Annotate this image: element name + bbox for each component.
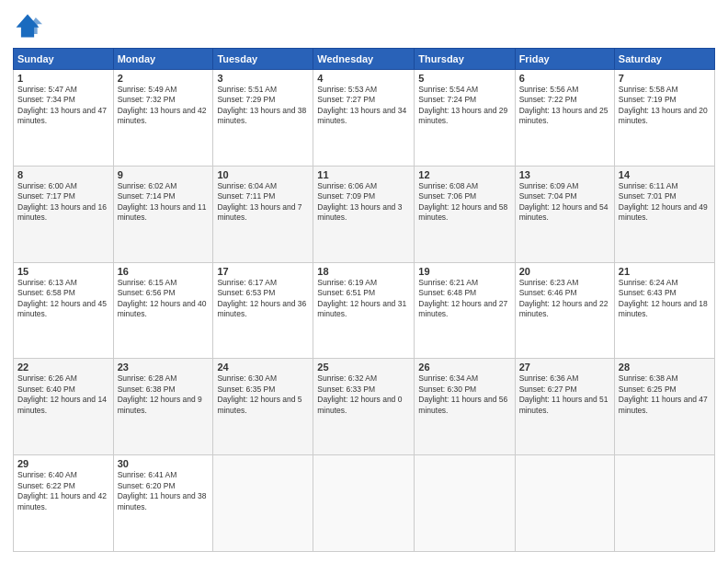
day-number: 10 (217, 169, 309, 180)
day-info: Sunrise: 6:15 AMSunset: 6:56 PMDaylight:… (118, 278, 207, 318)
day-info: Sunrise: 6:26 AMSunset: 6:40 PMDaylight:… (17, 373, 107, 414)
day-info: Sunrise: 6:17 AMSunset: 6:53 PMDaylight:… (217, 278, 306, 318)
calendar-week-1: 1Sunrise: 5:47 AMSunset: 7:34 PMDaylight… (14, 70, 715, 167)
calendar-cell: 30Sunrise: 6:41 AMSunset: 6:20 PMDayligh… (113, 455, 213, 552)
day-number: 15 (17, 266, 109, 277)
day-info: Sunrise: 6:19 AMSunset: 6:51 PMDaylight:… (317, 278, 406, 318)
calendar-cell: 29Sunrise: 6:40 AMSunset: 6:22 PMDayligh… (14, 455, 114, 552)
calendar-cell: 20Sunrise: 6:23 AMSunset: 6:46 PMDayligh… (515, 262, 614, 359)
page: SundayMondayTuesdayWednesdayThursdayFrid… (0, 0, 728, 563)
day-info: Sunrise: 6:24 AMSunset: 6:43 PMDaylight:… (619, 278, 708, 318)
calendar-cell: 18Sunrise: 6:19 AMSunset: 6:51 PMDayligh… (313, 262, 415, 359)
day-number: 24 (217, 362, 309, 373)
header-cell-tuesday: Tuesday (213, 49, 313, 70)
day-info: Sunrise: 6:00 AMSunset: 7:17 PMDaylight:… (17, 181, 107, 222)
calendar-cell: 22Sunrise: 6:26 AMSunset: 6:40 PMDayligh… (14, 359, 114, 455)
day-number: 7 (619, 73, 711, 84)
day-number: 14 (619, 169, 711, 180)
calendar-cell: 12Sunrise: 6:08 AMSunset: 7:06 PMDayligh… (415, 166, 515, 262)
day-number: 2 (118, 73, 210, 84)
day-number: 8 (17, 169, 109, 180)
calendar-cell: 7Sunrise: 5:58 AMSunset: 7:19 PMDaylight… (614, 70, 714, 167)
day-number: 9 (118, 169, 210, 180)
day-number: 27 (519, 362, 610, 373)
day-info: Sunrise: 5:56 AMSunset: 7:22 PMDaylight:… (519, 85, 609, 125)
day-number: 12 (418, 169, 510, 180)
calendar-week-2: 8Sunrise: 6:00 AMSunset: 7:17 PMDaylight… (14, 166, 715, 262)
day-number: 29 (17, 458, 109, 469)
header (13, 11, 715, 40)
calendar-cell (415, 455, 515, 552)
calendar-cell: 16Sunrise: 6:15 AMSunset: 6:56 PMDayligh… (113, 262, 213, 359)
calendar-cell: 4Sunrise: 5:53 AMSunset: 7:27 PMDaylight… (313, 70, 415, 167)
day-number: 4 (317, 73, 410, 84)
calendar-cell: 2Sunrise: 5:49 AMSunset: 7:32 PMDaylight… (113, 70, 213, 167)
calendar-week-3: 15Sunrise: 6:13 AMSunset: 6:58 PMDayligh… (14, 262, 715, 359)
day-info: Sunrise: 6:21 AMSunset: 6:48 PMDaylight:… (418, 278, 507, 318)
day-number: 17 (217, 266, 309, 277)
header-cell-wednesday: Wednesday (313, 49, 415, 70)
day-number: 26 (418, 362, 510, 373)
calendar-cell (614, 455, 714, 552)
day-number: 20 (519, 266, 610, 277)
calendar-cell: 3Sunrise: 5:51 AMSunset: 7:29 PMDaylight… (213, 70, 313, 167)
calendar-cell: 10Sunrise: 6:04 AMSunset: 7:11 PMDayligh… (213, 166, 313, 262)
day-info: Sunrise: 5:53 AMSunset: 7:27 PMDaylight:… (317, 85, 406, 125)
day-info: Sunrise: 6:11 AMSunset: 7:01 PMDaylight:… (619, 181, 708, 222)
header-cell-saturday: Saturday (614, 49, 714, 70)
calendar-cell: 26Sunrise: 6:34 AMSunset: 6:30 PMDayligh… (415, 359, 515, 455)
calendar-cell: 1Sunrise: 5:47 AMSunset: 7:34 PMDaylight… (14, 70, 114, 167)
header-cell-sunday: Sunday (14, 49, 114, 70)
day-number: 11 (317, 169, 410, 180)
calendar-cell: 9Sunrise: 6:02 AMSunset: 7:14 PMDaylight… (113, 166, 213, 262)
calendar-cell: 24Sunrise: 6:30 AMSunset: 6:35 PMDayligh… (213, 359, 313, 455)
day-number: 28 (619, 362, 711, 373)
calendar-cell: 11Sunrise: 6:06 AMSunset: 7:09 PMDayligh… (313, 166, 415, 262)
calendar-cell: 23Sunrise: 6:28 AMSunset: 6:38 PMDayligh… (113, 359, 213, 455)
day-info: Sunrise: 6:41 AMSunset: 6:20 PMDaylight:… (118, 470, 207, 511)
day-number: 1 (17, 73, 109, 84)
header-cell-friday: Friday (515, 49, 614, 70)
calendar-cell: 19Sunrise: 6:21 AMSunset: 6:48 PMDayligh… (415, 262, 515, 359)
day-info: Sunrise: 5:49 AMSunset: 7:32 PMDaylight:… (118, 85, 207, 125)
calendar-cell: 6Sunrise: 5:56 AMSunset: 7:22 PMDaylight… (515, 70, 614, 167)
calendar-cell (213, 455, 313, 552)
calendar-cell: 5Sunrise: 5:54 AMSunset: 7:24 PMDaylight… (415, 70, 515, 167)
day-info: Sunrise: 6:40 AMSunset: 6:22 PMDaylight:… (17, 470, 107, 511)
calendar-cell: 25Sunrise: 6:32 AMSunset: 6:33 PMDayligh… (313, 359, 415, 455)
day-info: Sunrise: 6:06 AMSunset: 7:09 PMDaylight:… (317, 181, 402, 222)
day-info: Sunrise: 6:28 AMSunset: 6:38 PMDaylight:… (118, 373, 202, 414)
day-number: 13 (519, 169, 610, 180)
day-number: 6 (519, 73, 610, 84)
calendar-cell: 27Sunrise: 6:36 AMSunset: 6:27 PMDayligh… (515, 359, 614, 455)
day-number: 19 (418, 266, 510, 277)
day-info: Sunrise: 5:54 AMSunset: 7:24 PMDaylight:… (418, 85, 507, 125)
header-cell-monday: Monday (113, 49, 213, 70)
day-number: 23 (118, 362, 210, 373)
calendar-cell: 8Sunrise: 6:00 AMSunset: 7:17 PMDaylight… (14, 166, 114, 262)
day-info: Sunrise: 6:02 AMSunset: 7:14 PMDaylight:… (118, 181, 207, 222)
logo (13, 11, 46, 40)
day-info: Sunrise: 6:30 AMSunset: 6:35 PMDaylight:… (217, 373, 301, 414)
day-info: Sunrise: 6:04 AMSunset: 7:11 PMDaylight:… (217, 181, 301, 222)
day-number: 22 (17, 362, 109, 373)
calendar-cell (313, 455, 415, 552)
day-number: 25 (317, 362, 410, 373)
day-info: Sunrise: 6:32 AMSunset: 6:33 PMDaylight:… (317, 373, 402, 414)
calendar-cell: 17Sunrise: 6:17 AMSunset: 6:53 PMDayligh… (213, 262, 313, 359)
calendar-week-5: 29Sunrise: 6:40 AMSunset: 6:22 PMDayligh… (14, 455, 715, 552)
calendar-week-4: 22Sunrise: 6:26 AMSunset: 6:40 PMDayligh… (14, 359, 715, 455)
day-number: 16 (118, 266, 210, 277)
calendar-body: 1Sunrise: 5:47 AMSunset: 7:34 PMDaylight… (14, 70, 715, 552)
calendar-cell: 14Sunrise: 6:11 AMSunset: 7:01 PMDayligh… (614, 166, 714, 262)
calendar-cell (515, 455, 614, 552)
calendar-table: SundayMondayTuesdayWednesdayThursdayFrid… (13, 48, 715, 552)
day-info: Sunrise: 6:23 AMSunset: 6:46 PMDaylight:… (519, 278, 609, 318)
day-info: Sunrise: 6:13 AMSunset: 6:58 PMDaylight:… (17, 278, 107, 318)
calendar-cell: 28Sunrise: 6:38 AMSunset: 6:25 PMDayligh… (614, 359, 714, 455)
day-info: Sunrise: 6:36 AMSunset: 6:27 PMDaylight:… (519, 373, 609, 414)
calendar-cell: 21Sunrise: 6:24 AMSunset: 6:43 PMDayligh… (614, 262, 714, 359)
day-info: Sunrise: 5:58 AMSunset: 7:19 PMDaylight:… (619, 85, 708, 125)
day-number: 30 (118, 458, 210, 469)
day-info: Sunrise: 6:09 AMSunset: 7:04 PMDaylight:… (519, 181, 609, 222)
